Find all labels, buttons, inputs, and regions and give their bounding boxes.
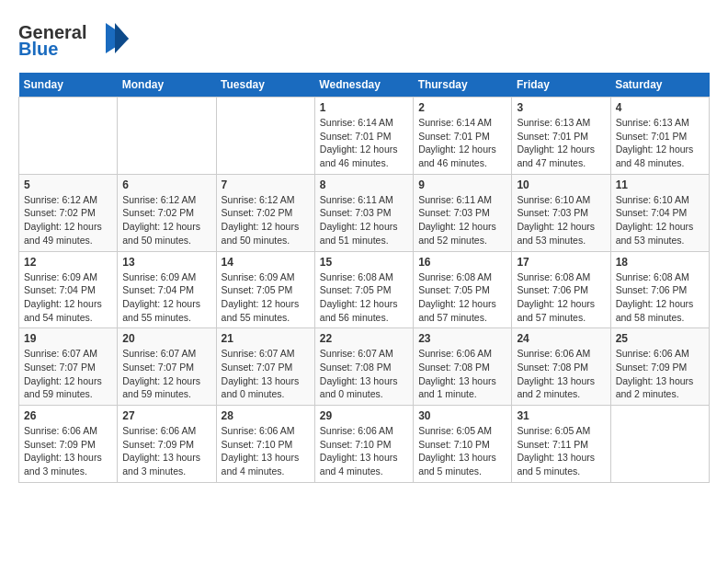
cell-content: Sunrise: 6:13 AM Sunset: 7:01 PM Dayligh… [616,116,704,170]
cell-content: Sunrise: 6:06 AM Sunset: 7:09 PM Dayligh… [616,347,704,401]
calendar-cell: 29Sunrise: 6:06 AM Sunset: 7:10 PM Dayli… [314,406,413,483]
day-number: 24 [517,332,605,345]
weekday-header-friday: Friday [512,73,610,98]
weekday-header-monday: Monday [118,73,216,98]
calendar-cell: 11Sunrise: 6:10 AM Sunset: 7:04 PM Dayli… [610,174,709,251]
calendar-cell: 28Sunrise: 6:06 AM Sunset: 7:10 PM Dayli… [216,406,314,483]
day-number: 31 [517,409,605,422]
day-number: 28 [222,409,310,422]
calendar-cell: 24Sunrise: 6:06 AM Sunset: 7:08 PM Dayli… [512,328,610,406]
calendar-cell: 16Sunrise: 6:08 AM Sunset: 7:05 PM Dayli… [414,251,512,328]
calendar-cell [610,406,709,483]
day-number: 30 [418,409,506,422]
day-number: 5 [24,178,112,191]
cell-content: Sunrise: 6:14 AM Sunset: 7:01 PM Dayligh… [320,116,408,170]
weekday-header-sunday: Sunday [19,73,118,98]
day-number: 2 [418,101,506,114]
week-row-4: 19Sunrise: 6:07 AM Sunset: 7:07 PM Dayli… [19,328,710,406]
day-number: 11 [616,178,704,191]
day-number: 19 [24,332,112,345]
cell-content: Sunrise: 6:05 AM Sunset: 7:10 PM Dayligh… [418,424,506,478]
day-number: 18 [616,256,704,269]
day-number: 15 [320,256,408,269]
calendar-cell: 31Sunrise: 6:05 AM Sunset: 7:11 PM Dayli… [512,406,610,483]
day-number: 9 [418,178,506,191]
day-number: 8 [320,178,408,191]
calendar-cell: 17Sunrise: 6:08 AM Sunset: 7:06 PM Dayli… [512,251,610,328]
weekday-header-saturday: Saturday [610,73,709,98]
calendar-cell: 26Sunrise: 6:06 AM Sunset: 7:09 PM Dayli… [19,406,118,483]
calendar-cell: 27Sunrise: 6:06 AM Sunset: 7:09 PM Dayli… [118,406,216,483]
calendar-cell: 1Sunrise: 6:14 AM Sunset: 7:01 PM Daylig… [314,98,413,175]
calendar-cell: 7Sunrise: 6:12 AM Sunset: 7:02 PM Daylig… [216,174,314,251]
cell-content: Sunrise: 6:12 AM Sunset: 7:02 PM Dayligh… [222,193,310,247]
cell-content: Sunrise: 6:05 AM Sunset: 7:11 PM Dayligh… [517,424,605,478]
cell-content: Sunrise: 6:14 AM Sunset: 7:01 PM Dayligh… [418,116,506,170]
weekday-header-tuesday: Tuesday [216,73,314,98]
day-number: 20 [122,332,210,345]
calendar-cell: 21Sunrise: 6:07 AM Sunset: 7:07 PM Dayli… [216,328,314,406]
calendar-cell: 14Sunrise: 6:09 AM Sunset: 7:05 PM Dayli… [216,251,314,328]
day-number: 25 [616,332,704,345]
day-number: 1 [320,101,408,114]
calendar-cell: 5Sunrise: 6:12 AM Sunset: 7:02 PM Daylig… [19,174,118,251]
cell-content: Sunrise: 6:06 AM Sunset: 7:08 PM Dayligh… [418,347,506,401]
weekday-header-thursday: Thursday [414,73,512,98]
svg-marker-3 [115,23,129,53]
calendar-cell [19,98,118,175]
day-number: 21 [222,332,310,345]
calendar-cell: 6Sunrise: 6:12 AM Sunset: 7:02 PM Daylig… [118,174,216,251]
day-number: 4 [616,101,704,114]
calendar-cell: 2Sunrise: 6:14 AM Sunset: 7:01 PM Daylig… [414,98,512,175]
calendar-cell: 23Sunrise: 6:06 AM Sunset: 7:08 PM Dayli… [414,328,512,406]
day-number: 3 [517,101,605,114]
calendar-cell: 20Sunrise: 6:07 AM Sunset: 7:07 PM Dayli… [118,328,216,406]
cell-content: Sunrise: 6:08 AM Sunset: 7:06 PM Dayligh… [616,270,704,325]
day-number: 27 [122,409,210,422]
cell-content: Sunrise: 6:06 AM Sunset: 7:09 PM Dayligh… [24,424,112,478]
cell-content: Sunrise: 6:06 AM Sunset: 7:10 PM Dayligh… [222,424,310,478]
day-number: 7 [222,178,310,191]
cell-content: Sunrise: 6:08 AM Sunset: 7:05 PM Dayligh… [320,270,408,325]
calendar-cell: 4Sunrise: 6:13 AM Sunset: 7:01 PM Daylig… [610,98,709,175]
day-number: 22 [320,332,408,345]
calendar-cell: 22Sunrise: 6:07 AM Sunset: 7:08 PM Dayli… [314,328,413,406]
cell-content: Sunrise: 6:07 AM Sunset: 7:07 PM Dayligh… [122,347,210,401]
weekday-header-row: SundayMondayTuesdayWednesdayThursdayFrid… [19,73,710,98]
calendar-cell: 15Sunrise: 6:08 AM Sunset: 7:05 PM Dayli… [314,251,413,328]
calendar-cell: 19Sunrise: 6:07 AM Sunset: 7:07 PM Dayli… [19,328,118,406]
cell-content: Sunrise: 6:09 AM Sunset: 7:04 PM Dayligh… [24,270,112,325]
cell-content: Sunrise: 6:10 AM Sunset: 7:03 PM Dayligh… [517,193,605,247]
day-number: 13 [122,256,210,269]
day-number: 26 [24,409,112,422]
calendar-cell: 25Sunrise: 6:06 AM Sunset: 7:09 PM Dayli… [610,328,709,406]
calendar-cell: 8Sunrise: 6:11 AM Sunset: 7:03 PM Daylig… [314,174,413,251]
week-row-2: 5Sunrise: 6:12 AM Sunset: 7:02 PM Daylig… [19,174,710,251]
cell-content: Sunrise: 6:12 AM Sunset: 7:02 PM Dayligh… [122,193,210,247]
day-number: 17 [517,256,605,269]
cell-content: Sunrise: 6:10 AM Sunset: 7:04 PM Dayligh… [616,193,704,247]
cell-content: Sunrise: 6:09 AM Sunset: 7:04 PM Dayligh… [122,270,210,325]
day-number: 6 [122,178,210,191]
cell-content: Sunrise: 6:12 AM Sunset: 7:02 PM Dayligh… [24,193,112,247]
cell-content: Sunrise: 6:07 AM Sunset: 7:07 PM Dayligh… [222,347,310,401]
week-row-3: 12Sunrise: 6:09 AM Sunset: 7:04 PM Dayli… [19,251,710,328]
week-row-5: 26Sunrise: 6:06 AM Sunset: 7:09 PM Dayli… [19,406,710,483]
cell-content: Sunrise: 6:06 AM Sunset: 7:08 PM Dayligh… [517,347,605,401]
calendar-cell: 13Sunrise: 6:09 AM Sunset: 7:04 PM Dayli… [118,251,216,328]
cell-content: Sunrise: 6:08 AM Sunset: 7:05 PM Dayligh… [418,270,506,325]
day-number: 10 [517,178,605,191]
day-number: 14 [222,256,310,269]
cell-content: Sunrise: 6:09 AM Sunset: 7:05 PM Dayligh… [222,270,310,325]
day-number: 16 [418,256,506,269]
svg-text:Blue: Blue [18,39,58,59]
cell-content: Sunrise: 6:11 AM Sunset: 7:03 PM Dayligh… [418,193,506,247]
week-row-1: 1Sunrise: 6:14 AM Sunset: 7:01 PM Daylig… [19,98,710,175]
weekday-header-wednesday: Wednesday [314,73,413,98]
logo: General Blue [18,18,129,63]
calendar-cell: 18Sunrise: 6:08 AM Sunset: 7:06 PM Dayli… [610,251,709,328]
cell-content: Sunrise: 6:06 AM Sunset: 7:10 PM Dayligh… [320,424,408,478]
calendar-cell: 30Sunrise: 6:05 AM Sunset: 7:10 PM Dayli… [414,406,512,483]
page-header: General Blue [18,18,710,63]
calendar-cell: 9Sunrise: 6:11 AM Sunset: 7:03 PM Daylig… [414,174,512,251]
